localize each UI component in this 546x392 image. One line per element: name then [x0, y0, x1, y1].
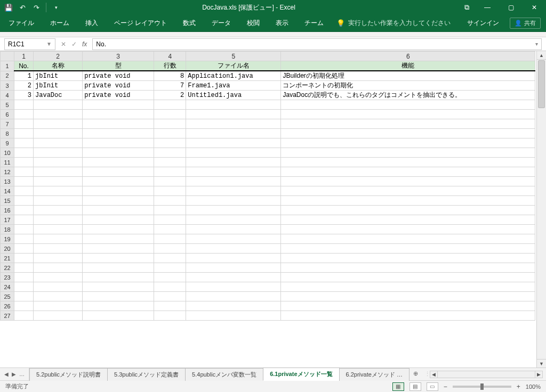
cell[interactable]: [281, 311, 535, 321]
cell[interactable]: 名称: [34, 61, 83, 71]
cell[interactable]: [34, 167, 83, 177]
qat-customize-icon[interactable]: ▾: [51, 2, 61, 13]
horizontal-scrollbar[interactable]: ◀ ▶: [430, 371, 543, 378]
row-header[interactable]: 10: [1, 148, 14, 158]
cell[interactable]: [186, 110, 281, 119]
cell[interactable]: [281, 129, 535, 138]
cell[interactable]: [14, 206, 34, 215]
cell[interactable]: jbInit: [34, 71, 83, 81]
cell[interactable]: [34, 234, 83, 244]
cell[interactable]: [154, 282, 186, 292]
cell[interactable]: [83, 225, 154, 234]
cell[interactable]: [154, 177, 186, 186]
cell[interactable]: [281, 119, 535, 129]
sheet-tab[interactable]: 5.3publicメソッド定義書: [107, 368, 186, 381]
cell[interactable]: 行数: [154, 61, 186, 71]
cell[interactable]: [154, 138, 186, 148]
cell[interactable]: [14, 110, 34, 119]
cell[interactable]: [186, 148, 281, 158]
cell[interactable]: [34, 206, 83, 215]
cell[interactable]: [83, 263, 154, 273]
cell[interactable]: [186, 301, 281, 311]
row-header[interactable]: 27: [1, 311, 14, 321]
scroll-left-arrow-icon[interactable]: ◀: [430, 371, 438, 378]
cell[interactable]: [154, 119, 186, 129]
formula-input[interactable]: No. ▾: [92, 38, 542, 50]
maximize-button[interactable]: ▢: [499, 0, 523, 15]
tab-view[interactable]: 表示: [272, 17, 292, 30]
cell[interactable]: 2: [154, 91, 186, 100]
row-header[interactable]: 13: [1, 177, 14, 186]
tab-page-layout[interactable]: ページ レイアウト: [111, 17, 170, 30]
cell[interactable]: [34, 215, 83, 225]
cell[interactable]: [34, 119, 83, 129]
cell[interactable]: [281, 100, 535, 110]
cell[interactable]: [281, 167, 535, 177]
cell[interactable]: JBuilderの初期化処理: [281, 71, 535, 81]
cell[interactable]: [281, 206, 535, 215]
row-header[interactable]: 14: [1, 186, 14, 196]
row-header[interactable]: 26: [1, 301, 14, 311]
sheet-tab[interactable]: 6.1privateメソッド一覧: [263, 368, 339, 381]
cell[interactable]: [14, 301, 34, 311]
cell[interactable]: [83, 158, 154, 167]
row-header[interactable]: 1: [1, 61, 14, 71]
cell[interactable]: [83, 244, 154, 254]
cell[interactable]: [281, 138, 535, 148]
cell[interactable]: [154, 158, 186, 167]
row-header[interactable]: 7: [1, 119, 14, 129]
cell[interactable]: [34, 273, 83, 282]
cell[interactable]: [14, 158, 34, 167]
tab-review[interactable]: 校閲: [244, 17, 263, 30]
scroll-down-arrow-icon[interactable]: ▼: [537, 359, 546, 368]
cell[interactable]: [186, 263, 281, 273]
fx-icon[interactable]: fx: [82, 40, 87, 48]
cell[interactable]: private void: [83, 71, 154, 81]
enter-icon[interactable]: ✓: [71, 40, 77, 48]
cell[interactable]: [186, 186, 281, 196]
chevron-down-icon[interactable]: ▼: [46, 41, 52, 47]
sheet-tab[interactable]: 5.2publicメソッド説明書: [29, 368, 108, 381]
cell[interactable]: [186, 215, 281, 225]
row-header[interactable]: 25: [1, 292, 14, 301]
zoom-in-button[interactable]: +: [517, 383, 520, 390]
cell[interactable]: [14, 282, 34, 292]
cell[interactable]: [154, 273, 186, 282]
sign-in-link[interactable]: サインイン: [464, 17, 502, 30]
cell[interactable]: [186, 119, 281, 129]
row-header[interactable]: 19: [1, 234, 14, 244]
cell[interactable]: 型: [83, 61, 154, 71]
cell[interactable]: Application1.java: [186, 71, 281, 81]
row-header[interactable]: 2: [1, 71, 14, 81]
expand-formula-bar-icon[interactable]: ▾: [535, 41, 538, 47]
scroll-right-arrow-icon[interactable]: ▶: [535, 371, 542, 378]
ribbon-display-options-icon[interactable]: ⧉: [457, 0, 476, 15]
row-header[interactable]: 3: [1, 81, 14, 91]
row-header[interactable]: 16: [1, 206, 14, 215]
cell[interactable]: Frame1.java: [186, 81, 281, 91]
cell[interactable]: [281, 225, 535, 234]
zoom-out-button[interactable]: −: [444, 383, 447, 390]
vertical-scrollbar[interactable]: ▲ ▼: [536, 51, 546, 368]
cell[interactable]: Untitled1.java: [186, 91, 281, 100]
cell[interactable]: [154, 215, 186, 225]
row-header[interactable]: 23: [1, 273, 14, 282]
cell[interactable]: [281, 282, 535, 292]
row-header[interactable]: 5: [1, 100, 14, 110]
cell[interactable]: [154, 167, 186, 177]
cell[interactable]: [83, 148, 154, 158]
cell[interactable]: [83, 167, 154, 177]
cell[interactable]: 3: [14, 91, 34, 100]
tab-file[interactable]: ファイル: [5, 17, 37, 30]
row-header[interactable]: 6: [1, 110, 14, 119]
tab-formulas[interactable]: 数式: [180, 17, 199, 30]
cell[interactable]: [83, 100, 154, 110]
cell[interactable]: [14, 234, 34, 244]
cell[interactable]: [186, 177, 281, 186]
tab-scroll-right-icon[interactable]: ▶: [12, 371, 16, 377]
cell[interactable]: [281, 196, 535, 206]
cell[interactable]: [186, 138, 281, 148]
cell[interactable]: 機能: [281, 61, 535, 71]
cell[interactable]: [186, 167, 281, 177]
cell[interactable]: [83, 119, 154, 129]
